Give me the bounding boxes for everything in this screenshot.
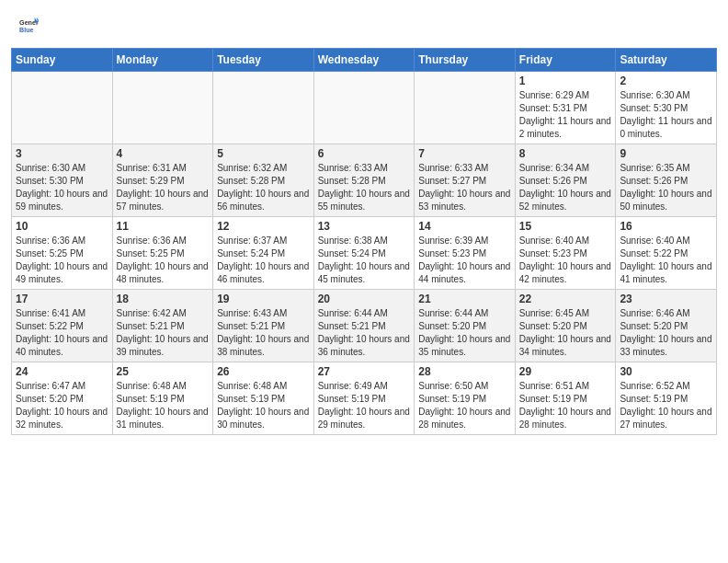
day-info: Sunrise: 6:34 AMSunset: 5:26 PMDaylight:… [519,162,612,213]
day-info: Sunrise: 6:42 AMSunset: 5:21 PMDaylight:… [117,307,210,359]
calendar-cell [112,72,213,144]
day-info: Sunrise: 6:40 AMSunset: 5:22 PMDaylight:… [620,235,712,286]
day-number: 1 [519,75,612,87]
day-info: Sunrise: 6:30 AMSunset: 5:30 PMDaylight:… [620,89,712,141]
calendar-cell: 1Sunrise: 6:29 AMSunset: 5:31 PMDaylight… [515,72,616,144]
day-info: Sunrise: 6:36 AMSunset: 5:25 PMDaylight:… [16,235,108,286]
calendar: SundayMondayTuesdayWednesdayThursdayFrid… [11,48,717,435]
day-number: 3 [16,147,108,160]
day-header-sunday: Sunday [12,49,113,72]
day-info: Sunrise: 6:47 AMSunset: 5:20 PMDaylight:… [16,380,108,431]
calendar-cell: 20Sunrise: 6:44 AMSunset: 5:21 PMDayligh… [313,290,415,362]
day-number: 12 [217,220,310,233]
day-number: 17 [16,293,108,305]
day-number: 2 [620,75,712,87]
day-number: 16 [620,220,712,233]
day-info: Sunrise: 6:46 AMSunset: 5:20 PMDaylight:… [620,307,712,359]
calendar-cell: 14Sunrise: 6:39 AMSunset: 5:23 PMDayligh… [415,217,516,290]
week-row-2: 3Sunrise: 6:30 AMSunset: 5:30 PMDaylight… [12,144,717,217]
day-info: Sunrise: 6:48 AMSunset: 5:19 PMDaylight:… [117,380,210,431]
calendar-cell: 28Sunrise: 6:50 AMSunset: 5:19 PMDayligh… [415,362,516,435]
calendar-cell: 25Sunrise: 6:48 AMSunset: 5:19 PMDayligh… [112,362,213,435]
day-number: 22 [519,293,612,305]
day-info: Sunrise: 6:43 AMSunset: 5:21 PMDaylight:… [217,307,310,359]
svg-text:Blue: Blue [19,27,34,34]
day-number: 10 [16,220,108,233]
day-number: 23 [620,293,712,305]
calendar-cell: 17Sunrise: 6:41 AMSunset: 5:22 PMDayligh… [12,290,113,362]
day-number: 7 [418,147,511,160]
calendar-table: SundayMondayTuesdayWednesdayThursdayFrid… [11,48,717,435]
logo: General Blue [18,17,42,40]
calendar-cell: 9Sunrise: 6:35 AMSunset: 5:26 PMDaylight… [616,144,717,217]
calendar-cell: 15Sunrise: 6:40 AMSunset: 5:23 PMDayligh… [515,217,616,290]
day-number: 25 [117,365,210,378]
calendar-cell: 30Sunrise: 6:52 AMSunset: 5:19 PMDayligh… [616,362,717,435]
calendar-cell [313,72,415,144]
day-number: 18 [117,293,210,305]
day-header-thursday: Thursday [415,49,516,72]
day-number: 19 [217,293,310,305]
day-number: 14 [418,220,511,233]
day-header-wednesday: Wednesday [313,49,415,72]
week-row-3: 10Sunrise: 6:36 AMSunset: 5:25 PMDayligh… [12,217,717,290]
week-row-4: 17Sunrise: 6:41 AMSunset: 5:22 PMDayligh… [12,290,717,362]
day-info: Sunrise: 6:41 AMSunset: 5:22 PMDaylight:… [16,307,108,359]
calendar-cell: 7Sunrise: 6:33 AMSunset: 5:27 PMDaylight… [415,144,516,217]
week-row-5: 24Sunrise: 6:47 AMSunset: 5:20 PMDayligh… [12,362,717,435]
day-number: 30 [620,365,712,378]
day-number: 4 [117,147,210,160]
calendar-cell: 27Sunrise: 6:49 AMSunset: 5:19 PMDayligh… [313,362,415,435]
day-info: Sunrise: 6:31 AMSunset: 5:29 PMDaylight:… [117,162,210,213]
day-number: 8 [519,147,612,160]
day-number: 11 [117,220,210,233]
day-info: Sunrise: 6:50 AMSunset: 5:19 PMDaylight:… [418,380,511,431]
day-number: 27 [318,365,411,378]
day-info: Sunrise: 6:49 AMSunset: 5:19 PMDaylight:… [318,380,411,431]
day-info: Sunrise: 6:39 AMSunset: 5:23 PMDaylight:… [418,235,511,286]
calendar-cell: 19Sunrise: 6:43 AMSunset: 5:21 PMDayligh… [213,290,314,362]
day-number: 13 [318,220,411,233]
calendar-cell: 8Sunrise: 6:34 AMSunset: 5:26 PMDaylight… [515,144,616,217]
day-header-monday: Monday [112,49,213,72]
calendar-cell: 3Sunrise: 6:30 AMSunset: 5:30 PMDaylight… [12,144,113,217]
day-info: Sunrise: 6:33 AMSunset: 5:27 PMDaylight:… [418,162,511,213]
week-row-1: 1Sunrise: 6:29 AMSunset: 5:31 PMDaylight… [12,72,717,144]
day-number: 26 [217,365,310,378]
day-header-tuesday: Tuesday [213,49,314,72]
day-info: Sunrise: 6:30 AMSunset: 5:30 PMDaylight:… [16,162,108,213]
calendar-cell: 2Sunrise: 6:30 AMSunset: 5:30 PMDaylight… [616,72,717,144]
day-header-saturday: Saturday [616,49,717,72]
day-number: 20 [318,293,411,305]
day-info: Sunrise: 6:45 AMSunset: 5:20 PMDaylight:… [519,307,612,359]
day-info: Sunrise: 6:48 AMSunset: 5:19 PMDaylight:… [217,380,310,431]
day-info: Sunrise: 6:37 AMSunset: 5:24 PMDaylight:… [217,235,310,286]
day-number: 9 [620,147,712,160]
day-info: Sunrise: 6:33 AMSunset: 5:28 PMDaylight:… [318,162,411,213]
day-info: Sunrise: 6:52 AMSunset: 5:19 PMDaylight:… [620,380,712,431]
logo-mark: General Blue [18,17,39,40]
header: General Blue [9,9,719,44]
day-number: 15 [519,220,612,233]
calendar-header: SundayMondayTuesdayWednesdayThursdayFrid… [12,49,717,72]
calendar-cell: 4Sunrise: 6:31 AMSunset: 5:29 PMDaylight… [112,144,213,217]
day-info: Sunrise: 6:35 AMSunset: 5:26 PMDaylight:… [620,162,712,213]
calendar-cell: 18Sunrise: 6:42 AMSunset: 5:21 PMDayligh… [112,290,213,362]
calendar-cell: 23Sunrise: 6:46 AMSunset: 5:20 PMDayligh… [616,290,717,362]
day-info: Sunrise: 6:51 AMSunset: 5:19 PMDaylight:… [519,380,612,431]
day-info: Sunrise: 6:44 AMSunset: 5:20 PMDaylight:… [418,307,511,359]
day-info: Sunrise: 6:38 AMSunset: 5:24 PMDaylight:… [318,235,411,286]
calendar-cell: 13Sunrise: 6:38 AMSunset: 5:24 PMDayligh… [313,217,415,290]
day-header-friday: Friday [515,49,616,72]
calendar-cell: 6Sunrise: 6:33 AMSunset: 5:28 PMDaylight… [313,144,415,217]
calendar-cell: 24Sunrise: 6:47 AMSunset: 5:20 PMDayligh… [12,362,113,435]
calendar-cell: 26Sunrise: 6:48 AMSunset: 5:19 PMDayligh… [213,362,314,435]
day-number: 5 [217,147,310,160]
day-number: 6 [318,147,411,160]
calendar-cell: 22Sunrise: 6:45 AMSunset: 5:20 PMDayligh… [515,290,616,362]
calendar-cell: 10Sunrise: 6:36 AMSunset: 5:25 PMDayligh… [12,217,113,290]
calendar-cell [12,72,113,144]
day-info: Sunrise: 6:40 AMSunset: 5:23 PMDaylight:… [519,235,612,286]
day-number: 28 [418,365,511,378]
calendar-cell: 11Sunrise: 6:36 AMSunset: 5:25 PMDayligh… [112,217,213,290]
